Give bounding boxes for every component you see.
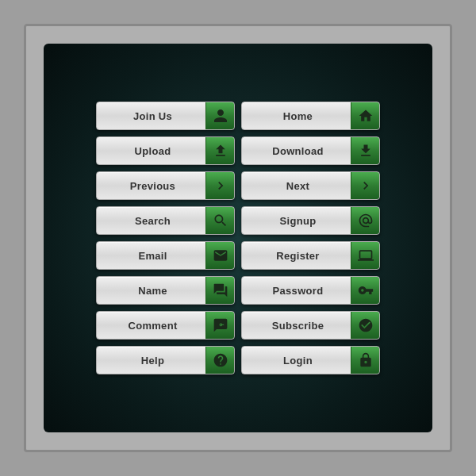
key-icon bbox=[351, 276, 379, 305]
upload-button[interactable]: Upload bbox=[96, 136, 235, 165]
email-icon bbox=[205, 241, 234, 270]
chevron-right-icon bbox=[351, 171, 379, 200]
previous-button[interactable]: Previous bbox=[96, 171, 235, 200]
name-button[interactable]: Name bbox=[96, 276, 235, 305]
button-label: Password bbox=[242, 285, 351, 297]
subscribe-icon bbox=[351, 311, 379, 340]
button-label: Login bbox=[242, 355, 351, 367]
email-button[interactable]: Email bbox=[96, 241, 235, 270]
button-label: Subscribe bbox=[242, 320, 351, 332]
outer-frame: Join UsHomeUploadDownloadPreviousNextSea… bbox=[24, 24, 452, 452]
subscribe-button[interactable]: Subscribe bbox=[241, 311, 380, 340]
person-icon bbox=[205, 102, 234, 130]
button-label: Upload bbox=[97, 145, 205, 157]
comment-button[interactable]: Comment bbox=[96, 311, 235, 340]
button-label: Download bbox=[242, 145, 351, 157]
search-button[interactable]: Search bbox=[96, 206, 235, 235]
question-icon bbox=[205, 346, 234, 374]
lock-icon bbox=[351, 346, 379, 374]
chevron-right-icon bbox=[205, 171, 234, 200]
home-button[interactable]: Home bbox=[241, 102, 380, 130]
signup-button[interactable]: Signup bbox=[241, 206, 380, 235]
button-label: Search bbox=[97, 215, 205, 227]
button-label: Previous bbox=[97, 180, 205, 192]
laptop-icon bbox=[351, 241, 379, 270]
comment-icon bbox=[205, 276, 234, 305]
comment-search-icon bbox=[205, 311, 234, 340]
upload-icon bbox=[205, 136, 234, 165]
download-icon bbox=[351, 136, 379, 165]
button-label: Register bbox=[242, 250, 351, 262]
button-label: Join Us bbox=[97, 110, 205, 122]
button-label: Help bbox=[97, 355, 205, 367]
button-label: Email bbox=[97, 250, 205, 262]
password-button[interactable]: Password bbox=[241, 276, 380, 305]
search-icon bbox=[205, 206, 234, 235]
next-button[interactable]: Next bbox=[241, 171, 380, 200]
home-icon bbox=[351, 102, 379, 130]
button-label: Signup bbox=[242, 215, 351, 227]
button-label: Name bbox=[97, 285, 205, 297]
button-grid: Join UsHomeUploadDownloadPreviousNextSea… bbox=[83, 89, 393, 387]
inner-panel: Join UsHomeUploadDownloadPreviousNextSea… bbox=[44, 44, 432, 432]
button-label: Comment bbox=[97, 320, 205, 332]
register-button[interactable]: Register bbox=[241, 241, 380, 270]
help-button[interactable]: Help bbox=[96, 346, 235, 374]
at-icon bbox=[351, 206, 379, 235]
button-label: Next bbox=[242, 180, 351, 192]
download-button[interactable]: Download bbox=[241, 136, 380, 165]
login-button[interactable]: Login bbox=[241, 346, 380, 374]
button-label: Home bbox=[242, 110, 351, 122]
join-us-button[interactable]: Join Us bbox=[96, 102, 235, 130]
